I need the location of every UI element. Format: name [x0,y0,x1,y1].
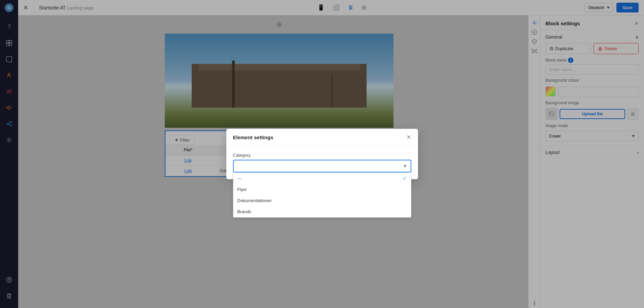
element-settings-modal: Element settings ✕ Category Flyer Dokume… [226,129,418,179]
modal-close-button[interactable]: ✕ [406,134,411,140]
modal-title: Element settings [233,134,273,140]
category-dropdown: --- ✓ Flyer Dokumentationen Brands [233,172,411,218]
dropdown-item-empty[interactable]: --- ✓ [233,172,411,184]
dropdown-item-dokumentationen[interactable]: Dokumentationen [233,195,411,206]
modal-body: Category Flyer Dokumentationen Brands ▼ … [226,146,418,179]
category-label: Category [233,153,411,158]
dropdown-item-brands[interactable]: Brands [233,206,411,217]
category-select-container: Flyer Dokumentationen Brands ▼ --- ✓ Fly… [233,160,411,172]
dropdown-check-icon: ✓ [403,176,407,181]
category-select[interactable]: Flyer Dokumentationen Brands [233,160,411,172]
modal-header: Element settings ✕ [226,129,418,146]
dropdown-item-flyer[interactable]: Flyer [233,184,411,195]
modal-overlay: Element settings ✕ Category Flyer Dokume… [0,0,644,308]
